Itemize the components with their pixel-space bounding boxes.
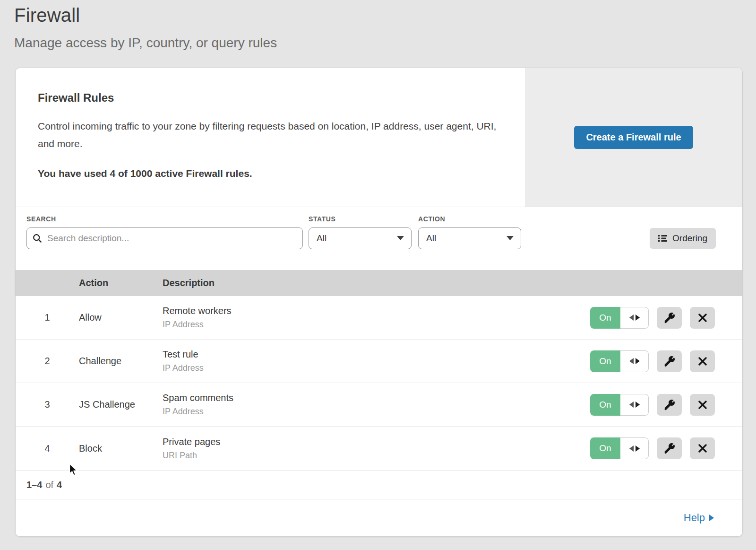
rule-match-type: IP Address	[163, 363, 590, 373]
card-description: Control incoming traffic to your zone by…	[38, 117, 497, 152]
wrench-icon	[664, 356, 675, 367]
chevron-down-icon	[507, 236, 514, 241]
close-icon	[698, 357, 707, 366]
page-header: Firewall Manage access by IP, country, o…	[0, 0, 756, 51]
rule-description: Remote workers	[163, 306, 590, 316]
firewall-rules-card: Firewall Rules Control incoming traffic …	[15, 68, 743, 537]
card-usage-count: You have used 4 of 1000 active Firewall …	[38, 168, 497, 179]
arrow-left-icon	[629, 402, 634, 408]
rule-action: Challenge	[79, 356, 163, 367]
ordering-button[interactable]: Ordering	[650, 228, 716, 249]
delete-rule-button[interactable]	[690, 307, 715, 329]
arrow-right-icon	[636, 445, 640, 452]
help-row: Help	[16, 499, 742, 536]
search-box[interactable]	[26, 227, 303, 249]
rule-description: Private pages	[163, 437, 590, 447]
close-icon	[698, 444, 707, 453]
search-label: SEARCH	[26, 215, 303, 223]
card-intro-section: Firewall Rules Control incoming traffic …	[16, 68, 742, 207]
column-description: Description	[163, 278, 742, 288]
toggle-slider-handle	[620, 394, 649, 416]
wrench-icon	[664, 443, 675, 454]
delete-rule-button[interactable]	[690, 394, 715, 416]
rule-controls: On	[590, 437, 742, 459]
action-label: ACTION	[418, 215, 521, 223]
create-firewall-rule-button[interactable]: Create a Firewall rule	[574, 126, 693, 149]
rule-enabled-toggle[interactable]: On	[590, 350, 649, 372]
table-row: 2 Challenge Test rule IP Address On	[16, 340, 742, 383]
filter-bar: SEARCH STATUS All ACTION All	[16, 207, 742, 270]
wrench-icon	[664, 312, 675, 323]
arrow-left-icon	[629, 358, 634, 364]
rule-action: Allow	[79, 312, 163, 323]
status-label: STATUS	[309, 215, 412, 223]
arrow-left-icon	[629, 445, 634, 452]
status-select-value: All	[317, 233, 326, 244]
arrow-right-icon	[636, 358, 640, 364]
arrow-right-icon	[636, 314, 640, 321]
toggle-on-label: On	[590, 437, 620, 459]
ordering-button-label: Ordering	[672, 233, 707, 244]
rule-action: JS Challenge	[79, 399, 163, 410]
close-icon	[698, 314, 707, 322]
table-header: Action Description	[16, 270, 742, 296]
toggle-on-label: On	[590, 307, 620, 329]
ordering-list-icon	[658, 235, 667, 242]
help-link[interactable]: Help	[684, 512, 714, 524]
delete-rule-button[interactable]	[690, 437, 715, 459]
toggle-slider-handle	[620, 437, 649, 459]
chevron-down-icon	[397, 236, 404, 241]
search-icon	[33, 234, 42, 243]
search-input[interactable]	[46, 233, 297, 244]
rule-description: Spam comments	[163, 393, 590, 403]
pagination-row: 1–4 of 4	[16, 470, 742, 499]
rule-description: Test rule	[163, 349, 590, 360]
rule-enabled-toggle[interactable]: On	[590, 307, 649, 329]
toggle-slider-handle	[620, 307, 649, 329]
toggle-on-label: On	[590, 350, 620, 372]
rule-match-type: IP Address	[163, 320, 590, 330]
rule-description-cell: Spam comments IP Address	[163, 393, 590, 417]
card-heading: Firewall Rules	[38, 91, 497, 105]
pagination-total: 4	[57, 480, 62, 490]
edit-rule-button[interactable]	[657, 307, 682, 329]
arrow-left-icon	[629, 314, 634, 321]
column-action: Action	[79, 278, 163, 288]
page-title: Firewall	[14, 5, 756, 26]
rule-controls: On	[590, 350, 742, 372]
page-subtitle: Manage access by IP, country, or query r…	[14, 35, 756, 51]
edit-rule-button[interactable]	[657, 394, 682, 416]
edit-rule-button[interactable]	[657, 350, 682, 372]
rule-controls: On	[590, 307, 742, 329]
status-select[interactable]: All	[309, 227, 412, 249]
action-select-value: All	[426, 233, 436, 244]
card-intro-action-panel: Create a Firewall rule	[525, 68, 742, 207]
rule-description-cell: Test rule IP Address	[163, 349, 590, 373]
rule-number: 1	[16, 312, 79, 323]
rule-enabled-toggle[interactable]: On	[590, 394, 649, 416]
action-select[interactable]: All	[418, 227, 521, 249]
help-link-label: Help	[684, 512, 705, 524]
arrow-right-icon	[636, 402, 640, 408]
pagination-of: of	[45, 480, 53, 490]
arrow-right-icon	[709, 515, 714, 521]
wrench-icon	[664, 399, 675, 410]
table-row: 3 JS Challenge Spam comments IP Address …	[16, 383, 742, 427]
toggle-slider-handle	[620, 350, 649, 372]
rule-match-type: URI Path	[163, 451, 590, 461]
delete-rule-button[interactable]	[690, 350, 715, 372]
rule-number: 4	[16, 443, 79, 454]
close-icon	[698, 401, 707, 409]
table-row: 4 Block Private pages URI Path On	[16, 427, 742, 470]
rule-description-cell: Private pages URI Path	[163, 437, 590, 461]
pagination-range: 1–4	[26, 480, 42, 490]
toggle-on-label: On	[590, 394, 620, 416]
rule-controls: On	[590, 394, 742, 416]
table-row: 1 Allow Remote workers IP Address On	[16, 296, 742, 340]
edit-rule-button[interactable]	[657, 437, 682, 459]
rule-match-type: IP Address	[163, 407, 590, 417]
rule-number: 3	[16, 399, 79, 410]
rule-enabled-toggle[interactable]: On	[590, 437, 649, 459]
card-intro-text: Firewall Rules Control incoming traffic …	[16, 68, 525, 207]
rule-description-cell: Remote workers IP Address	[163, 306, 590, 330]
